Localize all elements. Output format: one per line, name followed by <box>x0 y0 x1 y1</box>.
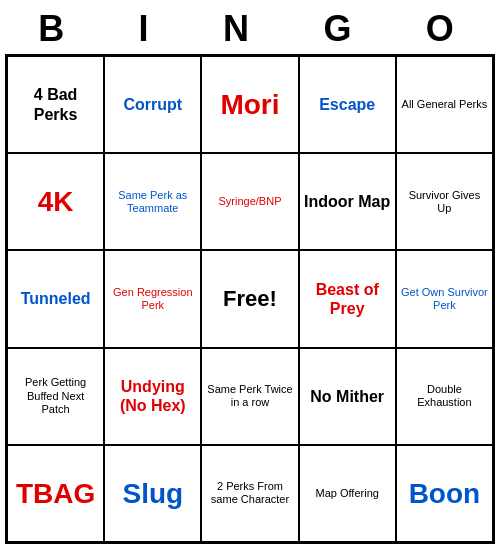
bingo-grid: 4 Bad PerksCorruptMoriEscapeAll General … <box>5 54 495 544</box>
bingo-cell-5: 4K <box>7 153 104 250</box>
bingo-cell-23: Map Offering <box>299 445 396 542</box>
bingo-cell-24: Boon <box>396 445 493 542</box>
letter-n: N <box>223 8 257 50</box>
bingo-cell-14: Get Own Survivor Perk <box>396 250 493 347</box>
bingo-cell-15: Perk Getting Buffed Next Patch <box>7 348 104 445</box>
letter-g: G <box>323 8 359 50</box>
bingo-cell-16: Undying (No Hex) <box>104 348 201 445</box>
letter-i: I <box>139 8 157 50</box>
bingo-cell-10: Tunneled <box>7 250 104 347</box>
bingo-cell-20: TBAG <box>7 445 104 542</box>
letter-o: O <box>426 8 462 50</box>
bingo-cell-18: No Mither <box>299 348 396 445</box>
bingo-cell-22: 2 Perks From same Character <box>201 445 298 542</box>
bingo-cell-6: Same Perk as Teammate <box>104 153 201 250</box>
bingo-cell-0: 4 Bad Perks <box>7 56 104 153</box>
bingo-title: B I N G O <box>5 0 495 54</box>
bingo-cell-3: Escape <box>299 56 396 153</box>
bingo-cell-17: Same Perk Twice in a row <box>201 348 298 445</box>
bingo-cell-13: Beast of Prey <box>299 250 396 347</box>
bingo-cell-1: Corrupt <box>104 56 201 153</box>
bingo-cell-12: Free! <box>201 250 298 347</box>
letter-b: B <box>38 8 72 50</box>
bingo-cell-21: Slug <box>104 445 201 542</box>
bingo-cell-9: Survivor Gives Up <box>396 153 493 250</box>
bingo-cell-8: Indoor Map <box>299 153 396 250</box>
bingo-cell-7: Syringe/BNP <box>201 153 298 250</box>
bingo-cell-2: Mori <box>201 56 298 153</box>
bingo-cell-4: All General Perks <box>396 56 493 153</box>
bingo-cell-19: Double Exhaustion <box>396 348 493 445</box>
bingo-cell-11: Gen Regression Perk <box>104 250 201 347</box>
